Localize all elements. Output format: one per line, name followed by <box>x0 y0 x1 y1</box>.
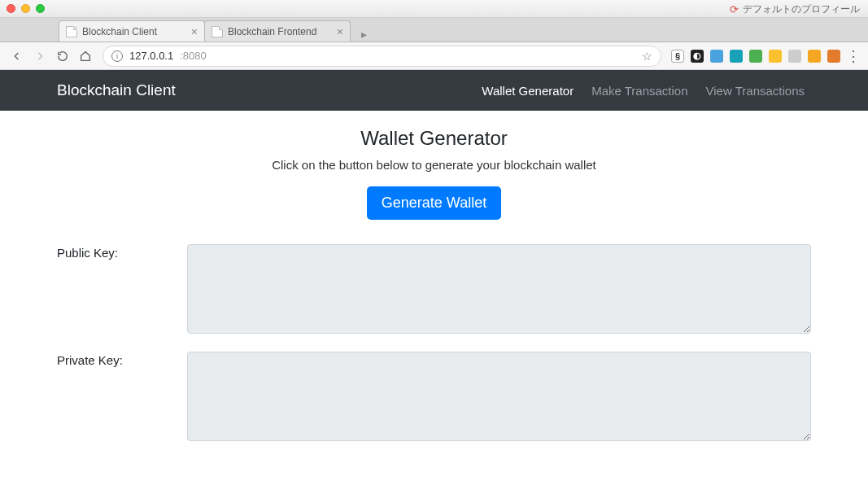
browser-tab-active[interactable]: Blockchain Client × <box>59 20 205 42</box>
browser-tabstrip: Blockchain Client × Blockchain Frontend … <box>0 18 868 42</box>
extensions-row: § ◐ <box>668 50 844 63</box>
url-port: :8080 <box>180 50 207 62</box>
page-icon <box>66 26 77 37</box>
site-info-icon[interactable]: i <box>111 50 123 62</box>
reload-icon <box>56 50 69 63</box>
extension-icon[interactable] <box>788 50 801 63</box>
extension-icon[interactable] <box>827 50 840 63</box>
tab-title: Blockchain Client <box>82 26 186 37</box>
back-button[interactable] <box>7 46 28 67</box>
private-key-textarea[interactable] <box>187 352 811 441</box>
macos-titlebar: ⟳ デフォルトのプロフィール <box>0 0 868 18</box>
extension-icon[interactable]: § <box>671 50 684 63</box>
browser-toolbar: i 127.0.0.1:8080 ☆ § ◐ ⋮ <box>0 42 868 70</box>
home-icon <box>79 50 92 63</box>
new-tab-button[interactable]: ▸ <box>355 27 373 42</box>
extension-icon[interactable] <box>710 50 723 63</box>
generate-wallet-button[interactable]: Generate Wallet <box>367 186 501 220</box>
address-bar[interactable]: i 127.0.0.1:8080 ☆ <box>103 46 661 67</box>
window-controls <box>7 4 45 13</box>
navbar-brand[interactable]: Blockchain Client <box>57 81 176 99</box>
private-key-label: Private Key: <box>57 352 187 367</box>
sync-icon: ⟳ <box>730 3 739 15</box>
arrow-right-icon <box>33 50 46 63</box>
reload-button[interactable] <box>52 46 73 67</box>
private-key-row: Private Key: <box>57 352 811 441</box>
app-navbar: Blockchain Client Wallet Generator Make … <box>0 70 868 111</box>
url-host: 127.0.0.1 <box>129 50 173 62</box>
public-key-textarea[interactable] <box>187 244 811 334</box>
extension-icon[interactable] <box>769 50 782 63</box>
extension-icon[interactable] <box>808 50 821 63</box>
window-minimize-button[interactable] <box>21 4 30 13</box>
home-button[interactable] <box>75 46 96 67</box>
extension-icon[interactable] <box>749 50 762 63</box>
profile-indicator[interactable]: ⟳ デフォルトのプロフィール <box>730 0 860 18</box>
browser-menu-button[interactable]: ⋮ <box>845 47 861 65</box>
browser-tab[interactable]: Blockchain Frontend × <box>204 20 351 42</box>
extension-icon[interactable] <box>730 50 743 63</box>
arrow-left-icon <box>11 50 24 63</box>
page-icon <box>212 26 223 37</box>
forward-button[interactable] <box>29 46 50 67</box>
close-icon[interactable]: × <box>337 25 343 38</box>
close-icon[interactable]: × <box>191 25 198 38</box>
extension-icon[interactable]: ◐ <box>691 50 704 63</box>
page-subtext: Click on the button below to generate yo… <box>57 158 811 172</box>
tab-title: Blockchain Frontend <box>228 26 332 37</box>
page-heading: Wallet Generator <box>57 127 811 150</box>
nav-link-make-transaction[interactable]: Make Transaction <box>591 84 687 98</box>
page-content: Wallet Generator Click on the button bel… <box>0 111 868 441</box>
window-close-button[interactable] <box>7 4 15 13</box>
window-zoom-button[interactable] <box>36 4 45 13</box>
public-key-label: Public Key: <box>57 244 187 260</box>
profile-label-text: デフォルトのプロフィール <box>743 2 860 16</box>
bookmark-star-icon[interactable]: ☆ <box>642 50 652 63</box>
public-key-row: Public Key: <box>57 244 811 334</box>
nav-link-view-transactions[interactable]: View Transactions <box>706 84 805 98</box>
navbar-links: Wallet Generator Make Transaction View T… <box>482 84 805 98</box>
nav-link-wallet-generator[interactable]: Wallet Generator <box>482 84 574 98</box>
